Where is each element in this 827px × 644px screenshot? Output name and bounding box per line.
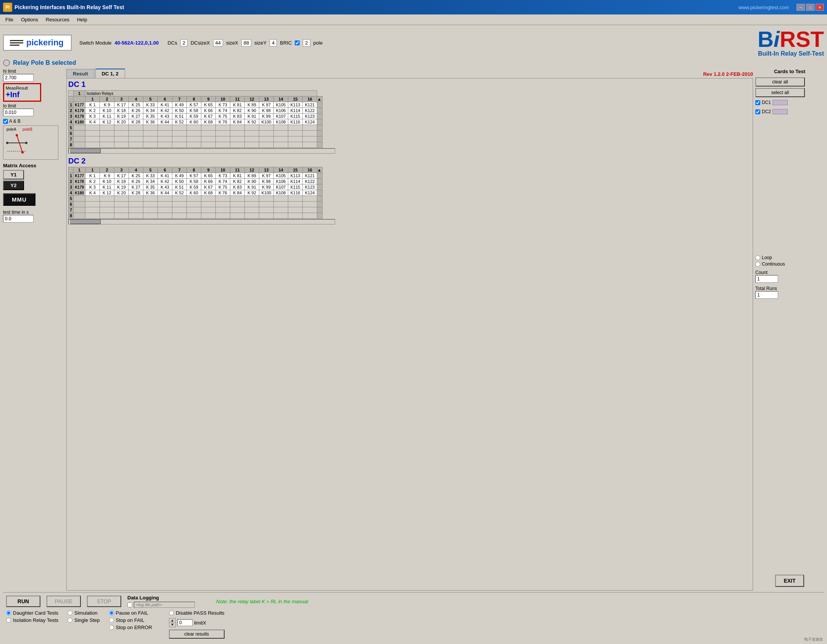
menu-resources[interactable]: Resources <box>42 16 73 24</box>
dc2-cell-2-1: K 2 <box>85 179 100 184</box>
daughter-card-radio[interactable] <box>6 610 11 615</box>
dc2-hscrollbar-thumb[interactable] <box>70 219 101 224</box>
dc1-cell-7-14 <box>274 136 288 142</box>
bric-checkbox[interactable] <box>295 40 300 45</box>
menu-help[interactable]: Help <box>73 16 91 24</box>
tab-dc12[interactable]: DC 1, 2 <box>95 69 125 78</box>
dc2-cell-6-11 <box>230 202 245 207</box>
dc1-cell-1-9: K 65 <box>201 102 216 108</box>
dc1-label: DC1 <box>762 100 771 105</box>
dc1-cell-3-10: K 75 <box>216 114 230 119</box>
dc1-cell-6-15 <box>288 131 303 136</box>
stop-on-error-radio[interactable] <box>109 625 114 630</box>
meas-result-label: MeasResult <box>6 86 39 90</box>
dc1-cell-6-10 <box>216 131 230 136</box>
ab-checkbox[interactable] <box>3 119 8 124</box>
y1-button[interactable]: Y1 <box>3 170 24 179</box>
dc1-col-9: 9 <box>201 96 216 102</box>
continuous-radio[interactable] <box>755 262 760 267</box>
test-time-label: test time in s <box>3 210 64 215</box>
total-runs-input[interactable] <box>755 291 778 299</box>
disable-pass-radio[interactable] <box>169 610 174 615</box>
pause-on-fail-radio[interactable] <box>109 610 114 615</box>
loop-radio[interactable] <box>755 255 760 260</box>
dc1-iso-5 <box>74 125 85 131</box>
title-bar: PI Pickering Interfaces Built-In Relay S… <box>0 0 827 14</box>
clear-all-button[interactable]: clear all <box>755 77 805 87</box>
dc2-checkbox[interactable] <box>755 109 760 114</box>
dc1-row-num-8: 8 <box>69 142 74 148</box>
dc1-iso-6 <box>74 131 85 136</box>
dc2-row-num-7: 7 <box>69 207 74 213</box>
log-path-row <box>127 602 195 608</box>
grid-area[interactable]: DC 1 1 Isolation Relays <box>66 78 753 591</box>
maximize-button[interactable]: □ <box>806 4 814 11</box>
spinner: ▲ ▼ <box>169 618 176 627</box>
birst-logo: BiRST Built-In Relay Self-Test <box>717 28 824 57</box>
dc1-cell-2-16: K122 <box>303 108 317 114</box>
dc2-hscrollbar[interactable] <box>68 219 335 224</box>
dc2-cell-2-12: K 90 <box>245 179 259 184</box>
dc1-col-11: 11 <box>230 96 245 102</box>
log-path-input[interactable] <box>134 602 195 608</box>
dc2-cell-7-14 <box>274 207 288 213</box>
dc2-cell-8-3 <box>114 213 129 219</box>
mmu-button[interactable]: MMU <box>3 193 35 206</box>
spinner-up[interactable]: ▲ <box>169 618 175 623</box>
matrix-access-label: Matrix Access <box>3 163 64 168</box>
select-all-button[interactable]: select all <box>755 88 805 97</box>
stop-button[interactable]: STOP <box>87 596 121 607</box>
run-button[interactable]: RUN <box>6 596 40 607</box>
hi-limit-input[interactable] <box>3 74 34 82</box>
dc2-cell-3-12: K 91 <box>245 184 259 190</box>
left-panel: hi limit MeasResult +Inf lo limit A & B … <box>3 69 64 591</box>
dc2-scroll-7 <box>317 207 323 213</box>
dc2-iso-4: K180 <box>74 190 85 196</box>
dc1-cell-7-3 <box>114 136 129 142</box>
dc2-row-num-4: 4 <box>69 190 74 196</box>
dc1-cell-4-4: K 28 <box>129 119 143 125</box>
dc2-cell-4-12: K 92 <box>245 190 259 196</box>
stop-on-fail-radio[interactable] <box>109 618 114 623</box>
close-button[interactable]: ✕ <box>816 4 824 11</box>
exit-button[interactable]: EXIT <box>775 575 804 587</box>
isolation-relay-radio[interactable] <box>6 618 11 623</box>
tab-result[interactable]: Result <box>66 69 95 78</box>
simulation-radio[interactable] <box>67 610 72 615</box>
clear-results-button[interactable]: clear results <box>169 630 225 639</box>
test-time-input[interactable] <box>3 215 34 223</box>
dc2-cell-3-14: K107 <box>274 184 288 190</box>
dc2-iso-6 <box>74 202 85 207</box>
dc1-col-1: 1 <box>85 96 100 102</box>
dc2-col-14: 14 <box>274 167 288 173</box>
single-step-radio[interactable] <box>67 618 72 623</box>
dc1-cell-6-11 <box>230 131 245 136</box>
dc1-scroll-7 <box>317 136 323 142</box>
top-area: pickering Switch Module 40-562A-122,0,1.… <box>3 28 824 57</box>
dc2-row-num-6: 6 <box>69 202 74 207</box>
spinner-down[interactable]: ▼ <box>169 623 175 627</box>
dc2-cell-5-9 <box>201 196 216 202</box>
count-input[interactable] <box>755 275 778 283</box>
dc2-cell-6-1 <box>85 202 100 207</box>
dc2-cell-1-10: K 73 <box>216 173 230 179</box>
menu-options[interactable]: Options <box>17 16 42 24</box>
dc1-hscrollbar[interactable] <box>68 148 335 154</box>
dc1-hscrollbar-thumb[interactable] <box>70 149 101 153</box>
simulation-label: Simulation <box>74 610 98 616</box>
ab-label: A & B <box>9 119 21 124</box>
dc2-col-10: 10 <box>216 167 230 173</box>
minimize-button[interactable]: ─ <box>796 4 805 11</box>
limit-x-input[interactable] <box>177 619 193 626</box>
lo-limit-input[interactable] <box>3 109 34 116</box>
dc1-cell-1-15: K113 <box>288 102 303 108</box>
pause-button[interactable]: PAUSE <box>47 596 81 607</box>
dc1-cell-2-14: K106 <box>274 108 288 114</box>
menu-file[interactable]: File <box>2 16 17 24</box>
dc1-checkbox[interactable] <box>755 100 760 105</box>
dc1-row-num-1: 1 <box>69 102 74 108</box>
dc1-cell-1-11: K 81 <box>230 102 245 108</box>
dc2-col-12: 12 <box>245 167 259 173</box>
y2-button[interactable]: Y2 <box>3 181 24 190</box>
log-checkbox[interactable] <box>127 602 132 607</box>
